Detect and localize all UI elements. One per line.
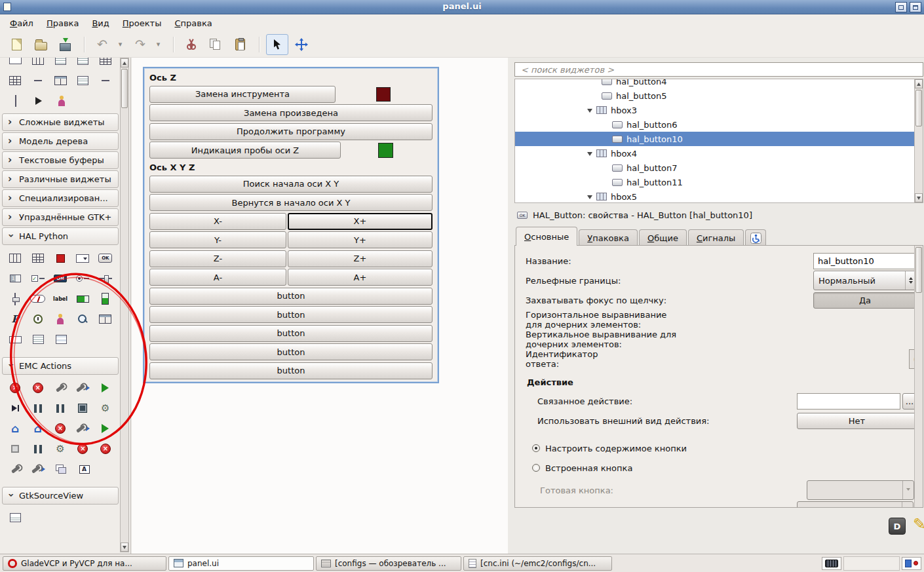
palette-section-complex[interactable]: ›Сложные виджеты xyxy=(2,113,119,131)
radio-custom-content[interactable] xyxy=(532,444,540,452)
menu-help[interactable]: Справка xyxy=(168,16,218,30)
widget-icon[interactable] xyxy=(4,76,26,85)
undo-dropdown[interactable]: ▾ xyxy=(115,34,125,55)
palette-scrollbar[interactable] xyxy=(120,58,129,552)
palette-section-deprecated[interactable]: ›Упразднённые GTK+ xyxy=(2,208,119,226)
design-button-y-minus[interactable]: Y- xyxy=(149,231,286,248)
hal-togglebutton-icon[interactable]: 1 xyxy=(4,275,26,282)
tree-row[interactable]: hal_button7 xyxy=(515,161,915,175)
prop-input-related-action[interactable] xyxy=(797,393,900,410)
scrollbar-thumb[interactable] xyxy=(121,69,128,108)
emc-blank-icon[interactable] xyxy=(4,445,26,453)
devhelp-button[interactable]: D xyxy=(889,518,906,535)
emc-tool-action-icon[interactable] xyxy=(71,385,94,391)
widget-icon[interactable] xyxy=(71,76,94,85)
redo-button[interactable]: ↷ xyxy=(129,34,151,55)
tree-row[interactable]: hbox5 xyxy=(515,189,915,203)
palette-section-misc[interactable]: ›Различные виджеты xyxy=(2,170,119,188)
scrollbar-thumb[interactable] xyxy=(915,90,922,126)
menu-edit[interactable]: Правка xyxy=(41,16,85,30)
hal-vscale-icon[interactable] xyxy=(4,293,26,305)
design-button[interactable]: Поиск начала оси X Y xyxy=(149,176,433,193)
design-button[interactable]: Продолжить программу xyxy=(149,123,433,140)
hal-jogwheel-icon[interactable]: P xyxy=(4,313,26,325)
properties-scrollbar[interactable] xyxy=(914,246,923,507)
design-button-x-minus[interactable]: X- xyxy=(149,213,286,230)
emc-off-icon[interactable]: × xyxy=(49,423,71,434)
tab-signals[interactable]: Сигналы xyxy=(688,229,744,246)
widget-search-input[interactable] xyxy=(514,62,923,77)
tree-row[interactable]: hal_button5 xyxy=(515,88,915,103)
hal-treeview-icon[interactable] xyxy=(94,315,117,324)
widget-icon[interactable] xyxy=(71,58,94,65)
palette-section-emc-actions[interactable]: ›EMC Actions xyxy=(2,357,119,375)
design-canvas[interactable]: Ось Z Замена инструмента Замена произвед… xyxy=(132,58,508,554)
emc-estop-reset-icon[interactable]: × xyxy=(26,383,48,393)
design-button[interactable]: button xyxy=(149,362,433,379)
edit-pencil-icon[interactable]: ✎ xyxy=(913,515,924,533)
tree-row[interactable]: hbox3 xyxy=(515,103,915,117)
hal-label-icon[interactable]: label xyxy=(49,296,71,302)
tree-row[interactable]: hal_button6 xyxy=(515,117,915,132)
widget-icon[interactable] xyxy=(26,58,48,65)
emc-tool2-icon[interactable] xyxy=(4,468,27,471)
titlebar[interactable]: panel.ui xyxy=(0,0,924,14)
keyboard-layout-indicator[interactable] xyxy=(822,557,841,570)
emc-estop-icon[interactable]: × xyxy=(4,383,26,393)
design-button[interactable]: button xyxy=(149,325,433,342)
hal-meter-icon[interactable] xyxy=(26,295,48,303)
hal-table-icon[interactable] xyxy=(26,254,48,263)
hal-vbar-icon[interactable] xyxy=(94,293,117,305)
hal-led-icon[interactable] xyxy=(49,254,71,263)
widget-icon[interactable] xyxy=(49,58,71,65)
emc-mdi-icon[interactable]: ⚙ xyxy=(94,404,117,413)
cut-button[interactable] xyxy=(180,34,202,55)
emc-resume-icon[interactable] xyxy=(49,404,71,413)
prop-combo-relief[interactable]: Нормальный xyxy=(813,271,917,290)
sourceview-widget-icon[interactable] xyxy=(4,513,27,522)
palette-section-treemodel[interactable]: ›Модель дерева xyxy=(2,132,119,150)
emc-home-icon[interactable]: ⌂ xyxy=(4,423,26,434)
scroll-up-button[interactable] xyxy=(915,79,923,88)
hal-entry-icon[interactable] xyxy=(4,336,27,343)
undo-button[interactable]: ↶ xyxy=(91,34,113,55)
emc-pages-icon[interactable] xyxy=(50,465,73,474)
emc-power-off-icon[interactable]: × xyxy=(71,444,94,454)
tab-accessibility[interactable] xyxy=(745,229,766,246)
taskbar-item-glade[interactable]: panel.ui xyxy=(168,556,314,571)
emc-abort-icon[interactable]: × xyxy=(94,444,117,454)
menu-projects[interactable]: Проекты xyxy=(117,16,168,30)
hal-hbox-icon[interactable] xyxy=(4,254,26,263)
design-button-a-minus[interactable]: A- xyxy=(149,269,286,286)
emc-step-icon[interactable] xyxy=(4,405,26,411)
drag-resize-tool-button[interactable] xyxy=(290,34,313,55)
design-button[interactable]: Замена произведена xyxy=(149,104,433,121)
scroll-down-button[interactable] xyxy=(121,543,128,552)
redo-dropdown[interactable]: ▾ xyxy=(153,34,163,55)
hal-widget-icon[interactable] xyxy=(49,314,71,325)
design-button-x-plus-selected[interactable]: X+ xyxy=(288,213,433,230)
design-button-z-minus[interactable]: Z- xyxy=(149,250,286,267)
design-button-z-plus[interactable]: Z+ xyxy=(288,250,433,267)
design-button-tool-change[interactable]: Замена инструмента xyxy=(149,86,336,103)
open-button[interactable] xyxy=(29,34,52,55)
emc-tool-action-icon[interactable] xyxy=(71,426,94,431)
palette-section-gtksourceview[interactable]: ›GtkSourceView xyxy=(2,487,119,505)
tab-common[interactable]: Общие xyxy=(639,229,687,246)
emc-tool-action2-icon[interactable] xyxy=(27,467,50,472)
prop-input-name[interactable] xyxy=(813,253,917,269)
emc-unhome-icon[interactable]: ⌂ xyxy=(26,423,48,434)
hal-hscale-icon[interactable] xyxy=(94,275,117,282)
tray-icons[interactable] xyxy=(902,557,921,570)
design-button[interactable]: button xyxy=(149,288,433,305)
hal-button-icon[interactable]: OK xyxy=(94,254,117,263)
tree-row[interactable]: hal_button11 xyxy=(515,175,915,189)
taskbar-item-browser[interactable]: GladeVCP и PyVCP для на... xyxy=(3,556,166,571)
design-button-y-plus[interactable]: Y+ xyxy=(288,231,433,248)
hal-radiobutton-icon[interactable] xyxy=(71,275,94,282)
emc-run-icon[interactable] xyxy=(94,383,117,392)
widget-icon[interactable] xyxy=(4,95,27,107)
widget-icon[interactable] xyxy=(94,80,117,81)
scroll-up-button[interactable] xyxy=(121,58,128,67)
save-button[interactable] xyxy=(54,34,76,55)
